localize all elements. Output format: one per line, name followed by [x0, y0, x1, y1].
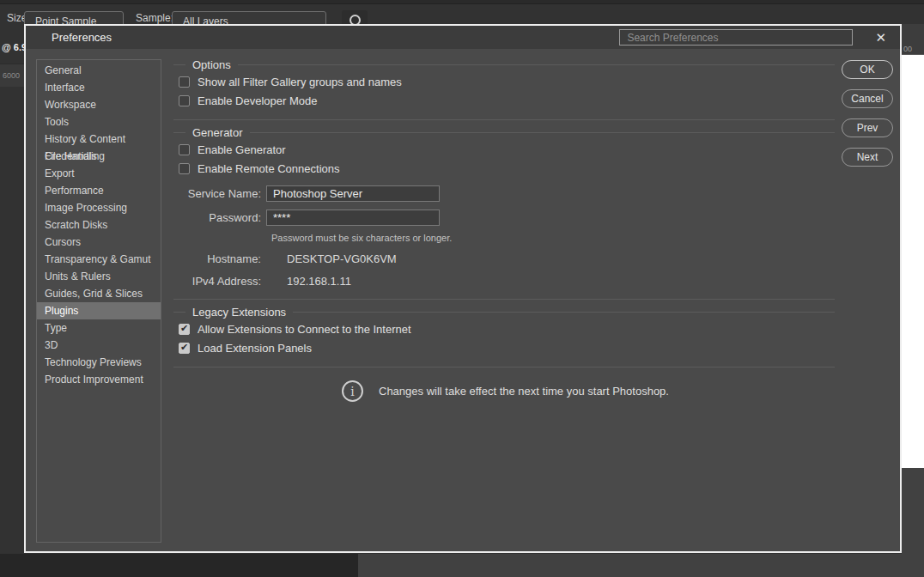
generator-legend-text: Generator [192, 126, 243, 139]
photoshop-options-bar: Size: Point Sample Sample: All Layers [0, 0, 924, 24]
sidebar-item-export[interactable]: Export [37, 165, 161, 182]
sidebar-item-cursors[interactable]: Cursors [37, 234, 161, 251]
left-ruler: 6000 [0, 64, 24, 87]
password-hint: Password must be six characters or longe… [271, 233, 835, 243]
developer-mode-checkbox-row[interactable]: Enable Developer Mode [173, 91, 835, 110]
options-legend: Options [173, 58, 835, 72]
load-extension-panels-label: Load Extension Panels [198, 342, 312, 355]
filter-gallery-checkbox[interactable] [179, 76, 190, 88]
next-button[interactable]: Next [842, 148, 893, 167]
restart-notice: i Changes will take effect the next time… [342, 380, 835, 402]
preferences-dialog: Preferences ✕ General Interface Workspac… [24, 24, 902, 553]
close-icon[interactable]: ✕ [875, 31, 886, 44]
developer-mode-checkbox[interactable] [179, 95, 190, 106]
remote-connections-label: Enable Remote Connections [198, 162, 340, 175]
ipv4-value: 192.168.1.11 [287, 275, 351, 288]
sidebar-item-performance[interactable]: Performance [37, 182, 161, 199]
hostname-row: Hostname: DESKTOP-VG0K6VM [173, 252, 835, 265]
enable-generator-checkbox[interactable] [179, 144, 190, 155]
right-toolbar-strip [902, 24, 924, 39]
service-name-row: Service Name: [173, 185, 835, 202]
allow-extensions-checkbox-row[interactable]: Allow Extensions to Connect to the Inter… [173, 319, 835, 338]
sidebar-item-plugins[interactable]: Plugins [37, 302, 161, 319]
generator-legend: Generator [173, 125, 835, 140]
prev-button[interactable]: Prev [842, 118, 893, 137]
remote-connections-checkbox-row[interactable]: Enable Remote Connections [173, 159, 835, 178]
search-preferences-input[interactable] [619, 29, 853, 46]
preferences-sidebar: General Interface Workspace Tools Histor… [36, 59, 161, 543]
sidebar-item-history-content-credentials[interactable]: History & Content Credentials [37, 131, 161, 148]
password-label: Password: [173, 211, 261, 224]
options-section: Options Show all Filter Gallery groups a… [173, 58, 835, 120]
workspace-bottom-strip [0, 554, 924, 577]
developer-mode-label: Enable Developer Mode [198, 94, 317, 107]
legacy-extensions-legend-text: Legacy Extensions [192, 306, 286, 319]
service-name-input[interactable] [266, 185, 440, 202]
document-tab-fragment: @ 6.9 [2, 42, 27, 52]
top-ruler-mark: 00 [903, 45, 912, 53]
sidebar-item-product-improvement[interactable]: Product Improvement [37, 371, 161, 388]
dialog-buttons: OK Cancel Prev Next [842, 60, 893, 167]
sidebar-item-image-processing[interactable]: Image Processing [37, 199, 161, 216]
ok-button[interactable]: OK [842, 60, 893, 79]
legacy-extensions-section: Legacy Extensions Allow Extensions to Co… [173, 305, 835, 367]
sidebar-item-units-rulers[interactable]: Units & Rulers [37, 268, 161, 285]
hostname-label: Hostname: [173, 252, 261, 265]
info-icon: i [342, 380, 363, 402]
allow-extensions-checkbox[interactable] [179, 324, 190, 335]
ipv4-row: IPv4 Address: 192.168.1.11 [173, 275, 835, 288]
ipv4-label: IPv4 Address: [173, 275, 261, 288]
sidebar-item-technology-previews[interactable]: Technology Previews [37, 354, 161, 371]
enable-generator-checkbox-row[interactable]: Enable Generator [173, 140, 835, 159]
cancel-button[interactable]: Cancel [842, 89, 893, 108]
generator-section: Generator Enable Generator Enable Remote… [173, 125, 835, 300]
sidebar-item-type[interactable]: Type [37, 319, 161, 337]
password-row: Password: [173, 210, 835, 226]
sidebar-item-scratch-disks[interactable]: Scratch Disks [37, 216, 161, 234]
sidebar-item-tools[interactable]: Tools [37, 113, 161, 131]
canvas-edge [902, 55, 924, 468]
sidebar-item-transparency-gamut[interactable]: Transparency & Gamut [37, 251, 161, 268]
dialog-title: Preferences [52, 31, 112, 44]
sidebar-item-3d[interactable]: 3D [37, 337, 161, 354]
pasteboard-dark-area [0, 554, 358, 577]
sidebar-item-guides-grid-slices[interactable]: Guides, Grid & Slices [37, 285, 161, 302]
load-extension-panels-checkbox-row[interactable]: Load Extension Panels [173, 338, 835, 357]
pasteboard-light-area [358, 554, 924, 577]
allow-extensions-label: Allow Extensions to Connect to the Inter… [198, 323, 411, 336]
sidebar-item-file-handling[interactable]: File Handling [37, 148, 161, 165]
password-input[interactable] [266, 210, 440, 226]
sidebar-item-general[interactable]: General [37, 62, 161, 79]
enable-generator-label: Enable Generator [198, 143, 286, 156]
options-legend-text: Options [192, 58, 231, 71]
legacy-extensions-legend: Legacy Extensions [173, 305, 835, 319]
dialog-body: General Interface Workspace Tools Histor… [26, 49, 900, 551]
left-ruler-mark: 6000 [3, 71, 20, 80]
filter-gallery-label: Show all Filter Gallery groups and names [198, 76, 402, 88]
document-area-left-strip: @ 6.9 6000 [0, 24, 24, 577]
load-extension-panels-checkbox[interactable] [179, 343, 190, 354]
sample-label: Sample: [136, 12, 173, 24]
service-name-label: Service Name: [173, 187, 261, 200]
remote-connections-checkbox[interactable] [179, 163, 190, 174]
plugins-settings-panel: Options Show all Filter Gallery groups a… [173, 52, 835, 402]
top-ruler: 00 [902, 39, 924, 55]
options-bar-divider [0, 0, 924, 4]
restart-notice-text: Changes will take effect the next time y… [379, 385, 669, 398]
sidebar-item-workspace[interactable]: Workspace [37, 96, 161, 113]
filter-gallery-checkbox-row[interactable]: Show all Filter Gallery groups and names [173, 72, 835, 91]
document-area-right-strip: 00 [902, 24, 924, 577]
dialog-titlebar: Preferences ✕ [26, 26, 900, 49]
sidebar-item-interface[interactable]: Interface [37, 79, 161, 96]
hostname-value: DESKTOP-VG0K6VM [287, 252, 397, 265]
